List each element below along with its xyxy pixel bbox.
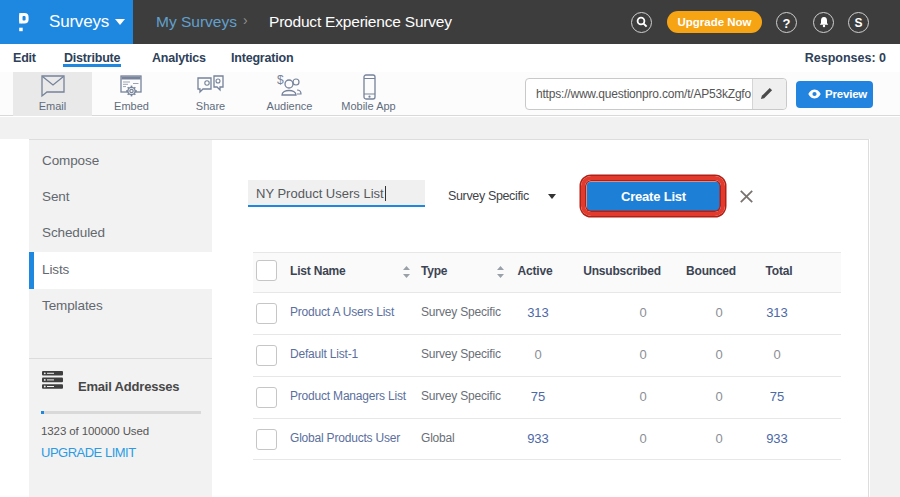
svg-text:$: $: [277, 74, 284, 87]
